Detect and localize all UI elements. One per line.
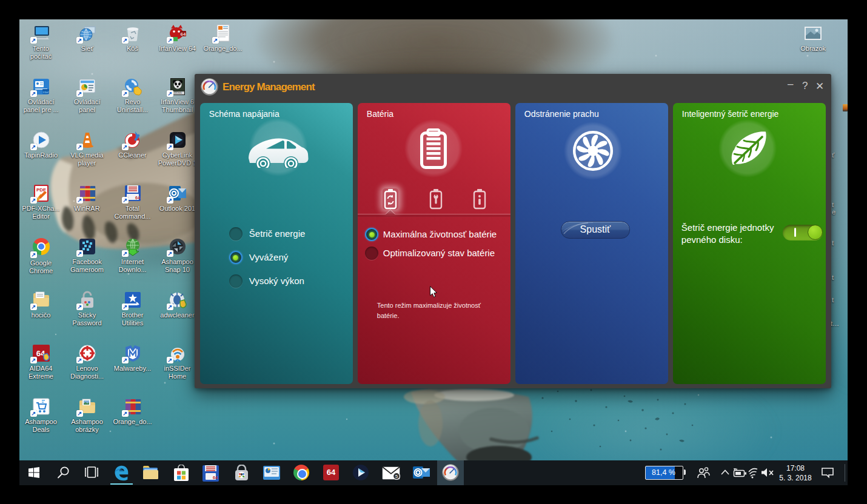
svg-text:64: 64 — [213, 476, 218, 480]
svg-text:5: 5 — [395, 474, 398, 479]
svg-text:intel: intel — [42, 90, 49, 94]
svg-text:IRFAN: IRFAN — [173, 91, 181, 94]
svg-text:64: 64 — [135, 196, 140, 200]
svg-text:64: 64 — [180, 31, 186, 37]
